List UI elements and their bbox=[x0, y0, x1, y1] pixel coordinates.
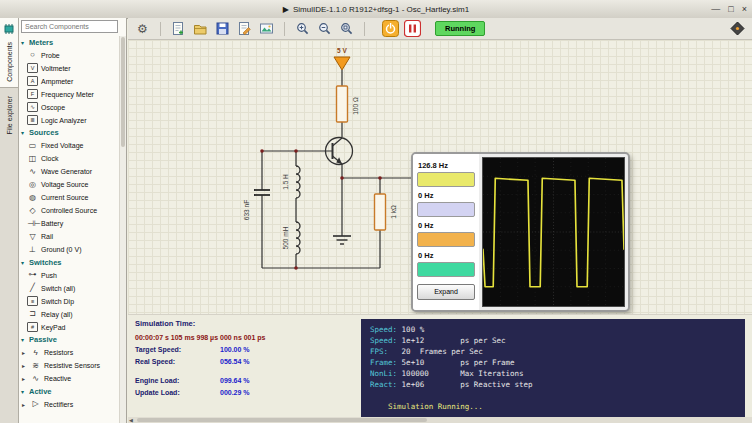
pause-sim-icon[interactable] bbox=[403, 19, 422, 38]
component-panel: ▾Meters○ProbeVVoltmeterAAmpmeterFFrequen… bbox=[19, 18, 127, 423]
console-line: FPS: 20 Frames per Sec bbox=[370, 346, 745, 357]
category-label: Sources bbox=[29, 128, 59, 137]
new-circuit-icon[interactable] bbox=[169, 19, 188, 38]
component-item[interactable]: ∿Wave Generator bbox=[19, 165, 119, 178]
component-item[interactable]: #KeyPad bbox=[19, 321, 119, 334]
component-item[interactable]: ▸≋Resistive Sensors bbox=[19, 359, 119, 372]
component-list-scrollbar[interactable] bbox=[119, 36, 126, 423]
expand-arrow-icon: ▸ bbox=[22, 362, 27, 369]
inductor-l2[interactable]: 500 mH bbox=[282, 222, 300, 254]
component-item-label: Switch Dip bbox=[41, 298, 74, 305]
console-line: React: 1e+06 ps Reactive step bbox=[370, 379, 745, 390]
capacitor-c1[interactable]: 633 nF bbox=[243, 190, 270, 220]
scope-expand-button[interactable]: Expand bbox=[417, 284, 475, 300]
component-item-label: Voltage Source bbox=[41, 181, 88, 188]
update-load-value: 000.29 % bbox=[220, 389, 250, 396]
scrollbar-thumb[interactable] bbox=[121, 37, 125, 147]
component-item-label: KeyPad bbox=[41, 324, 66, 331]
scope-screen bbox=[482, 157, 625, 307]
scroll-left-arrow-icon[interactable]: ◀ bbox=[129, 417, 133, 423]
component-item[interactable]: ◇Controlled Source bbox=[19, 204, 119, 217]
power-circuit-icon[interactable] bbox=[381, 19, 400, 38]
voltage-source-icon: ◎ bbox=[27, 180, 38, 190]
component-item[interactable]: ▭Fixed Voltage bbox=[19, 139, 119, 152]
component-item[interactable]: ≡Switch Dip bbox=[19, 295, 119, 308]
category-header[interactable]: ▾Switches bbox=[19, 256, 119, 269]
export-image-icon[interactable] bbox=[257, 19, 276, 38]
svg-text:1 kΩ: 1 kΩ bbox=[390, 205, 397, 219]
component-item[interactable]: AAmpmeter bbox=[19, 75, 119, 88]
controlled-source-icon: ◇ bbox=[27, 206, 38, 216]
expand-arrow-icon: ▸ bbox=[22, 349, 27, 356]
component-item[interactable]: ∿Oscope bbox=[19, 101, 119, 114]
zoom-fit-icon[interactable] bbox=[337, 19, 356, 38]
component-item[interactable]: VVoltmeter bbox=[19, 62, 119, 75]
ground-symbol[interactable] bbox=[333, 236, 351, 244]
category-header[interactable]: ▾Active bbox=[19, 385, 119, 398]
switch-dip-icon: ≡ bbox=[27, 296, 38, 306]
resistor-r1[interactable]: 100 Ω bbox=[337, 86, 360, 122]
component-item[interactable]: ◍Current Source bbox=[19, 191, 119, 204]
console-line: Speed: 1e+12 ps per Sec bbox=[370, 335, 745, 346]
component-item[interactable]: ⊐Relay (all) bbox=[19, 308, 119, 321]
bottom-panel: Simulation Time: 00:00:07 s 105 ms 998 µ… bbox=[128, 314, 752, 423]
horizontal-scrollbar-thumb[interactable] bbox=[137, 418, 427, 422]
horizontal-scrollbar[interactable]: ◀ bbox=[128, 417, 752, 423]
category-header[interactable]: ▾Meters bbox=[19, 36, 119, 49]
scope-channel-freq: 0 Hz bbox=[418, 191, 475, 200]
component-item[interactable]: ◎Voltage Source bbox=[19, 178, 119, 191]
window-title: SimulIDE-1.1.0 R1912+dfsg-1 - Osc_Hartle… bbox=[293, 5, 469, 14]
category-collapse-icon: ▾ bbox=[21, 336, 27, 343]
rail-5v[interactable]: 5 V bbox=[334, 47, 350, 70]
simulation-time-value: 00:00:07 s 105 ms 998 µs 000 ns 001 ps bbox=[135, 334, 266, 341]
component-item[interactable]: ⊣⊢Battery bbox=[19, 217, 119, 230]
svg-text:500 mH: 500 mH bbox=[282, 226, 289, 249]
inductor-l1[interactable]: 1.5 H bbox=[282, 166, 300, 198]
zoom-in-icon[interactable] bbox=[293, 19, 312, 38]
save-as-circuit-icon[interactable] bbox=[235, 19, 254, 38]
category-header[interactable]: ▾Passive bbox=[19, 334, 119, 347]
scope-channel-button[interactable] bbox=[417, 262, 475, 277]
scope-channel-button[interactable] bbox=[417, 172, 475, 187]
component-item[interactable]: ▸∿Reactive bbox=[19, 372, 119, 385]
category-collapse-icon: ▾ bbox=[21, 388, 27, 395]
close-button[interactable]: × bbox=[742, 5, 747, 14]
component-item[interactable]: FFrequency Meter bbox=[19, 88, 119, 101]
component-item[interactable]: ⊶Push bbox=[19, 269, 119, 282]
tab-file-explorer[interactable]: File explorer bbox=[0, 90, 18, 148]
maximize-button[interactable]: □ bbox=[728, 5, 733, 14]
category-header[interactable]: ▾Sources bbox=[19, 127, 119, 140]
expand-arrow-icon: ▸ bbox=[22, 401, 27, 408]
component-item[interactable]: ▽Rail bbox=[19, 230, 119, 243]
expand-arrow-icon: ▸ bbox=[22, 375, 27, 382]
component-item[interactable]: ╱Switch (all) bbox=[19, 282, 119, 295]
tab-components[interactable]: Components bbox=[0, 18, 18, 88]
app-icon: ▶ bbox=[283, 5, 289, 14]
save-circuit-icon[interactable] bbox=[213, 19, 232, 38]
scope-channel-button[interactable] bbox=[417, 202, 475, 217]
component-item-label: Resistors bbox=[44, 349, 73, 356]
panel-toggle-icon[interactable] bbox=[729, 20, 746, 37]
resistor-r2[interactable]: 1 kΩ bbox=[375, 194, 398, 230]
svg-text:633 nF: 633 nF bbox=[243, 200, 250, 220]
component-item-label: Oscope bbox=[41, 104, 65, 111]
search-input[interactable] bbox=[21, 20, 118, 33]
open-circuit-icon[interactable] bbox=[191, 19, 210, 38]
category-label: Meters bbox=[29, 38, 53, 47]
dock-tab-strip: Components File explorer bbox=[0, 18, 19, 423]
component-item[interactable]: ▸ϟResistors bbox=[19, 346, 119, 359]
component-item-label: Switch (all) bbox=[41, 285, 75, 292]
zoom-out-icon[interactable] bbox=[315, 19, 334, 38]
component-item[interactable]: ⊥Ground (0 V) bbox=[19, 243, 119, 256]
svg-text:5 V: 5 V bbox=[337, 47, 347, 54]
component-item[interactable]: ≣Logic Analyzer bbox=[19, 114, 119, 127]
minimize-button[interactable]: — bbox=[711, 5, 720, 14]
component-item[interactable]: ○Probe bbox=[19, 49, 119, 62]
component-item-label: Rail bbox=[41, 233, 53, 240]
scope-channel-button[interactable] bbox=[417, 232, 475, 247]
component-item[interactable]: ◫Clock bbox=[19, 152, 119, 165]
component-item[interactable]: ▸▷Rectifiers bbox=[19, 398, 119, 411]
push-button-icon: ⊶ bbox=[27, 270, 38, 280]
category-collapse-icon: ▾ bbox=[21, 129, 27, 136]
settings-gear-icon[interactable]: ⚙ bbox=[133, 19, 152, 38]
